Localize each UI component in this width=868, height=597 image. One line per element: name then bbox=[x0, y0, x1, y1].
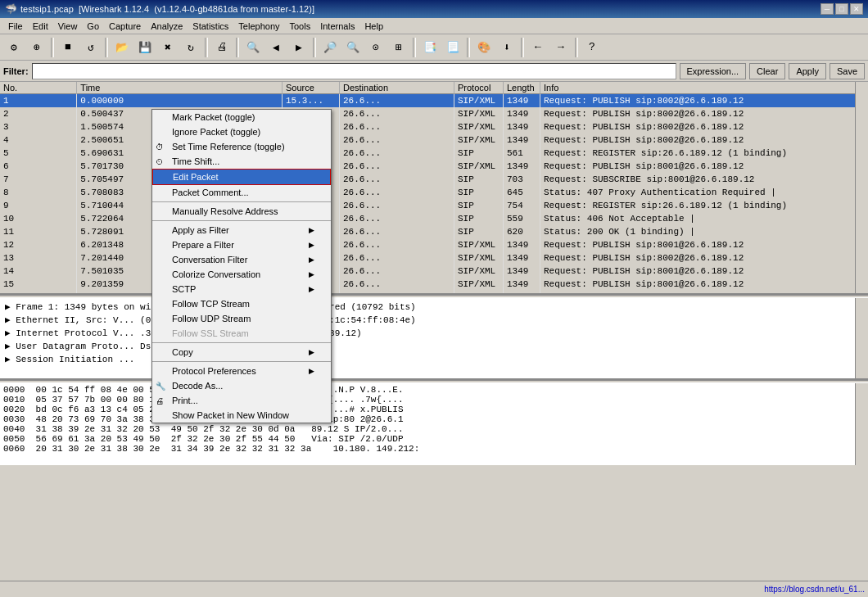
tb-stop[interactable]: ■ bbox=[57, 38, 79, 57]
tb-reload[interactable]: ↻ bbox=[180, 38, 201, 57]
table-row[interactable]: 159.20135915.3...26.6...SIP/XML1349Reque… bbox=[0, 278, 868, 291]
cm-item-edit-packet[interactable]: Edit Packet bbox=[152, 169, 331, 185]
cm-item-decode-as[interactable]: 🔧Decode As... bbox=[152, 378, 331, 393]
menu-view[interactable]: View bbox=[53, 20, 83, 33]
tb-start-capture[interactable]: ⚙ bbox=[3, 38, 25, 57]
cm-label-packet-comment: Packet Comment... bbox=[172, 188, 249, 197]
detail-scrollbar[interactable] bbox=[855, 298, 868, 378]
table-row[interactable]: 126.20134815.3...26.6...SIP/XML1349Reque… bbox=[0, 238, 868, 251]
minimize-button[interactable]: ─ bbox=[821, 3, 834, 15]
menu-help[interactable]: Help bbox=[359, 20, 388, 33]
table-row[interactable]: 31.50057415.3...26.6...SIP/XML1349Reques… bbox=[0, 120, 868, 133]
tb-capture-filter[interactable]: 📑 bbox=[419, 38, 441, 57]
tb-resize[interactable]: ⊞ bbox=[388, 38, 409, 57]
cm-item-conversation-filter[interactable]: Conversation Filter▶ bbox=[152, 252, 331, 267]
cm-item-colorize-conv[interactable]: Colorize Conversation▶ bbox=[152, 267, 331, 282]
tb-options[interactable]: ⊕ bbox=[26, 38, 47, 57]
apply-button[interactable]: Apply bbox=[789, 63, 826, 79]
table-row[interactable]: 10.00000015.3...26.6...SIP/XML1349Reques… bbox=[0, 94, 868, 107]
tb-forward[interactable]: → bbox=[550, 38, 572, 57]
menu-edit[interactable]: Edit bbox=[28, 20, 53, 33]
menu-internals[interactable]: Internals bbox=[315, 20, 359, 33]
detail-row[interactable]: ▶ Internet Protocol V... .30.1.18), Src:… bbox=[3, 326, 865, 339]
cm-item-time-shift[interactable]: ⏲Time Shift... bbox=[152, 154, 331, 169]
cm-item-mark-packet[interactable]: Mark Packet (toggle) bbox=[152, 110, 331, 124]
tb-find[interactable]: 🔍 bbox=[242, 38, 264, 57]
menu-file[interactable]: File bbox=[3, 20, 28, 33]
menu-tools[interactable]: Tools bbox=[285, 20, 316, 33]
detail-row[interactable]: ▶ User Datagram Proto... Dst Port: 5060 … bbox=[3, 339, 865, 352]
table-cell: SIP bbox=[454, 147, 504, 160]
clear-button[interactable]: Clear bbox=[749, 63, 785, 79]
table-row[interactable]: 147.50103515.3...26.6...SIP/XML1349Reque… bbox=[0, 265, 868, 278]
table-row[interactable]: 1613.20173415.3...26.6...SIP/XML1349Requ… bbox=[0, 291, 868, 296]
expression-button[interactable]: Expression... bbox=[680, 63, 747, 79]
save-button[interactable]: Save bbox=[830, 63, 865, 79]
cm-label-conversation-filter: Conversation Filter bbox=[172, 255, 247, 265]
cm-item-packet-comment[interactable]: Packet Comment... bbox=[152, 185, 331, 200]
cm-item-show-in-window[interactable]: Show Packet in New Window bbox=[152, 408, 331, 423]
detail-row[interactable]: ▶ Session Initiation ... bbox=[3, 352, 865, 365]
tb-back[interactable]: ← bbox=[527, 38, 549, 57]
packet-list-scrollbar[interactable] bbox=[855, 82, 868, 293]
table-cell: Request: PUBLISH sip:8002@26.6.189.12 bbox=[540, 120, 868, 133]
tb-sep8 bbox=[521, 38, 524, 57]
print-icon: 🖨 bbox=[156, 396, 164, 405]
tb-zoom-in[interactable]: 🔎 bbox=[319, 38, 341, 57]
table-cell: 559 bbox=[504, 212, 540, 225]
table-row[interactable]: 85.70808315.3...26.6...SIP645Status: 407… bbox=[0, 186, 868, 199]
table-cell: 1349 bbox=[504, 160, 540, 173]
tb-autoscroll[interactable]: ⬇ bbox=[496, 38, 518, 57]
cm-item-set-time-ref[interactable]: ⏱Set Time Reference (toggle) bbox=[152, 139, 331, 154]
filter-input[interactable] bbox=[32, 63, 676, 79]
menu-go[interactable]: Go bbox=[82, 20, 104, 33]
cm-item-prepare-filter[interactable]: Prepare a Filter▶ bbox=[152, 237, 331, 252]
menu-statistics[interactable]: Statistics bbox=[188, 20, 233, 33]
table-cell: SIP/XML bbox=[454, 107, 504, 120]
tb-close[interactable]: ✖ bbox=[157, 38, 179, 57]
maximize-button[interactable]: □ bbox=[835, 3, 848, 15]
detail-row[interactable]: ▶ Frame 1: 1349 bytes on wire (10792 bit… bbox=[3, 300, 865, 313]
cm-item-print[interactable]: 🖨Print... bbox=[152, 393, 331, 408]
table-row[interactable]: 55.69063115.3...26.6...SIP561Request: RE… bbox=[0, 147, 868, 160]
bytes-row: 0060 20 31 30 2e 31 38 30 2e 31 34 39 2e… bbox=[3, 444, 865, 454]
table-row[interactable]: 95.71004415.3...26.6...SIP754Request: RE… bbox=[0, 199, 868, 212]
table-row[interactable]: 75.70549715.3...26.6...SIP703Request: SU… bbox=[0, 173, 868, 186]
tb-restart[interactable]: ↺ bbox=[80, 38, 102, 57]
tb-help[interactable]: ? bbox=[581, 38, 603, 57]
cm-item-copy[interactable]: Copy▶ bbox=[152, 345, 331, 360]
table-cell: SIP bbox=[454, 186, 504, 199]
cm-item-sctp[interactable]: SCTP▶ bbox=[152, 282, 331, 296]
cm-item-ignore-packet[interactable]: Ignore Packet (toggle) bbox=[152, 124, 331, 139]
table-row[interactable]: 115.72809115.3...26.6...SIP620Status: 20… bbox=[0, 225, 868, 238]
cm-arrow-apply-as-filter: ▶ bbox=[309, 226, 314, 234]
table-cell: 26.6... bbox=[340, 291, 454, 296]
table-row[interactable]: 65.70173015.3...26.6...SIP/XML1349Reques… bbox=[0, 160, 868, 173]
cm-item-follow-tcp[interactable]: Follow TCP Stream bbox=[152, 296, 331, 311]
bytes-scrollbar[interactable] bbox=[855, 383, 868, 465]
tb-open[interactable]: 📂 bbox=[111, 38, 133, 57]
table-row[interactable]: 137.20144015.3...26.6...SIP/XML1349Reque… bbox=[0, 251, 868, 265]
cm-item-follow-udp[interactable]: Follow UDP Stream bbox=[152, 311, 331, 326]
tb-print[interactable]: 🖨 bbox=[211, 38, 233, 57]
menu-capture[interactable]: Capture bbox=[104, 20, 146, 33]
table-row[interactable]: 42.50065115.3...26.6...SIP/XML1349Reques… bbox=[0, 133, 868, 147]
close-button[interactable]: ✕ bbox=[850, 3, 863, 15]
detail-row[interactable]: ▶ Ethernet II, Src: V... (08:f3), Dst: H… bbox=[3, 313, 865, 326]
tb-prev[interactable]: ◀ bbox=[265, 38, 287, 57]
tb-save[interactable]: 💾 bbox=[134, 38, 156, 57]
tb-next[interactable]: ▶ bbox=[288, 38, 310, 57]
table-cell: Request: PUBLISH sip:8001@26.6.189.12 bbox=[540, 238, 868, 251]
tb-zoom-normal[interactable]: ⊙ bbox=[365, 38, 387, 57]
cm-item-apply-as-filter[interactable]: Apply as Filter▶ bbox=[152, 223, 331, 237]
menu-telephony[interactable]: Telephony bbox=[233, 20, 284, 33]
table-row[interactable]: 20.50043715.3...26.6...SIP/XML1349Reques… bbox=[0, 107, 868, 120]
cm-item-resolve-address[interactable]: Manually Resolve Address bbox=[152, 204, 331, 219]
tb-display-filter[interactable]: 📃 bbox=[442, 38, 463, 57]
tb-zoom-out[interactable]: 🔍 bbox=[342, 38, 364, 57]
table-cell: 1349 bbox=[504, 265, 540, 278]
tb-colorize[interactable]: 🎨 bbox=[473, 38, 495, 57]
table-row[interactable]: 105.72206426.6...26.6...SIP559Status: 40… bbox=[0, 212, 868, 225]
cm-item-protocol-prefs[interactable]: Protocol Preferences▶ bbox=[152, 364, 331, 378]
menu-analyze[interactable]: Analyze bbox=[146, 20, 188, 33]
